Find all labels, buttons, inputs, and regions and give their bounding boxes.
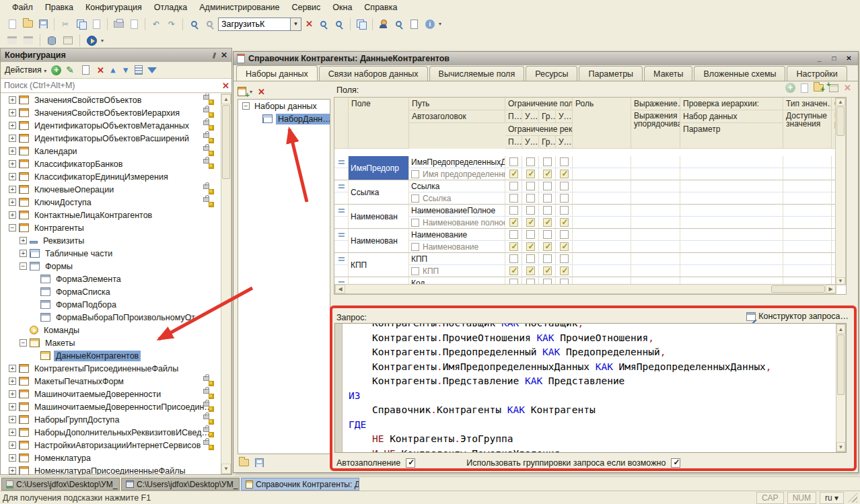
restriction-checkbox-cell[interactable] — [505, 241, 522, 253]
header-value-type-sub[interactable]: Доступные значения — [783, 110, 832, 149]
empty-cell[interactable] — [631, 168, 680, 180]
menu-item-Файл[interactable]: Файл — [7, 1, 38, 13]
tree-item-ФормаСписка[interactable]: ФормаСписка — [1, 285, 221, 298]
expand-icon[interactable]: + — [9, 429, 16, 436]
empty-cell[interactable] — [631, 156, 680, 168]
expand-icon[interactable]: + — [9, 186, 16, 193]
taskbar-tab[interactable]: C:\Users\jdfox\Desktop\УМ_ — [121, 478, 240, 491]
database-button[interactable] — [45, 34, 59, 47]
empty-cell[interactable] — [573, 205, 631, 217]
empty-cell[interactable] — [783, 241, 832, 253]
checkbox-icon[interactable] — [411, 219, 419, 227]
field-kind-cell[interactable] — [334, 156, 349, 168]
checkbox-icon[interactable] — [543, 230, 552, 239]
restriction-checkbox-cell[interactable] — [556, 241, 573, 253]
checkbox-icon[interactable] — [543, 157, 552, 166]
tree-item-МашиночитаемыеДоверенности[interactable]: +МашиночитаемыеДоверенности — [1, 388, 221, 400]
expand-icon[interactable]: + — [9, 416, 16, 423]
checkbox-icon[interactable] — [560, 254, 569, 263]
syntax-help-button[interactable] — [392, 17, 406, 31]
field-name-cell[interactable]: ИмяПредопр — [349, 156, 409, 180]
window-tile-button[interactable] — [5, 34, 19, 47]
empty-cell[interactable] — [631, 205, 680, 217]
scroll-down-icon[interactable]: ▼ — [836, 277, 845, 285]
add-table-field-button[interactable] — [829, 84, 838, 92]
restriction-checkbox-cell[interactable] — [539, 192, 556, 205]
menu-item-Справка[interactable]: Справка — [359, 1, 402, 13]
checkbox-icon[interactable] — [526, 182, 535, 190]
find-button[interactable] — [203, 17, 216, 31]
empty-cell[interactable] — [631, 253, 680, 265]
tree-item-Реквизиты[interactable]: +Реквизиты — [1, 234, 221, 247]
checkbox-icon[interactable] — [509, 170, 518, 178]
checkbox-icon[interactable] — [543, 194, 552, 203]
empty-cell[interactable] — [631, 229, 680, 241]
tab-Вложенные схемы[interactable]: Вложенные схемы — [694, 66, 785, 81]
tree-item-ФормаЭлемента[interactable]: ФормаЭлемента — [1, 273, 221, 285]
search-combo-input[interactable] — [218, 17, 291, 31]
scroll-down-icon[interactable]: ▼ — [836, 442, 845, 452]
field-kind-cell[interactable] — [334, 180, 349, 192]
header-restriction-col[interactable]: Гр… — [539, 136, 556, 149]
restriction-checkbox-cell[interactable] — [522, 180, 539, 192]
header-path[interactable]: Путь — [409, 98, 505, 110]
checkbox-icon[interactable] — [526, 170, 535, 178]
checkbox-icon[interactable] — [509, 254, 518, 263]
expand-icon[interactable]: + — [9, 160, 16, 168]
table-button[interactable] — [61, 34, 75, 47]
menu-item-Администрирование[interactable]: Администрирование — [194, 1, 285, 13]
print-button[interactable] — [112, 17, 125, 31]
field-path-cell[interactable]: НаименованиеПолное — [409, 205, 505, 217]
search-input[interactable] — [1, 79, 220, 92]
actions-menu-button[interactable]: Действия ▾ — [5, 65, 46, 75]
checkbox-icon[interactable] — [411, 170, 419, 178]
field-path-cell[interactable]: КПП — [409, 253, 505, 265]
restriction-checkbox-cell[interactable] — [556, 253, 573, 265]
expand-icon[interactable]: + — [9, 96, 16, 104]
empty-cell[interactable] — [573, 253, 631, 265]
restriction-checkbox-cell[interactable] — [505, 192, 522, 205]
empty-cell[interactable] — [783, 192, 832, 205]
tree-item-ИдентификаторыОбъектовМетаданных[interactable]: +ИдентификаторыОбъектовМетаданных — [1, 119, 221, 132]
header-field[interactable]: Поле — [349, 98, 409, 149]
field-attr-cell[interactable]: Имя предопределенны… — [409, 168, 505, 180]
delete-dataset-button[interactable]: ✕ — [258, 87, 265, 97]
checkbox-icon[interactable] — [526, 157, 535, 166]
empty-cell[interactable] — [631, 192, 680, 205]
field-name-cell[interactable]: Ссылка — [349, 180, 409, 205]
add-button[interactable]: + — [51, 65, 61, 75]
scroll-up-icon[interactable]: ▲ — [221, 94, 231, 104]
field-path-cell[interactable]: Наименование — [409, 229, 505, 241]
empty-cell[interactable] — [680, 241, 783, 253]
menu-item-Сервис[interactable]: Сервис — [286, 1, 326, 13]
empty-cell[interactable] — [680, 205, 783, 217]
expand-icon[interactable]: + — [9, 390, 16, 398]
empty-cell[interactable] — [680, 168, 783, 180]
restriction-checkbox-cell[interactable] — [556, 192, 573, 205]
field-kind-cell[interactable] — [334, 229, 349, 241]
restriction-checkbox-cell[interactable] — [539, 205, 556, 217]
undo-button[interactable]: ↶ — [149, 17, 163, 31]
checkbox-icon[interactable] — [543, 242, 552, 251]
syntax-check-button[interactable] — [377, 17, 390, 31]
checkbox-icon[interactable] — [560, 182, 569, 190]
restriction-checkbox-cell[interactable] — [539, 265, 556, 277]
empty-cell[interactable] — [573, 229, 631, 241]
restriction-checkbox-cell[interactable] — [539, 229, 556, 241]
tab-Вычисляемые поля[interactable]: Вычисляемые поля — [429, 66, 525, 81]
restriction-checkbox-cell[interactable] — [539, 253, 556, 265]
minimize-button[interactable]: _ — [814, 54, 825, 64]
checkbox-icon[interactable] — [543, 218, 552, 227]
tree-item-МакетыПечатныхФорм[interactable]: +МакетыПечатныхФорм — [1, 375, 221, 388]
restriction-checkbox-cell[interactable] — [522, 156, 539, 168]
expand-icon[interactable]: + — [9, 403, 16, 410]
header-restriction-col[interactable]: У… — [522, 110, 539, 123]
restriction-checkbox-cell[interactable] — [556, 205, 573, 217]
checkbox-icon[interactable] — [543, 254, 552, 263]
field-name-cell[interactable]: Наименован — [349, 205, 409, 229]
restriction-checkbox-cell[interactable] — [505, 217, 522, 229]
restriction-checkbox-cell[interactable] — [522, 217, 539, 229]
query-editor[interactable]: Контрагенты.Поставщик КАК Поставщик, Кон… — [334, 323, 847, 453]
close-button[interactable]: ✕ — [843, 54, 855, 64]
expand-icon[interactable]: + — [9, 211, 16, 219]
